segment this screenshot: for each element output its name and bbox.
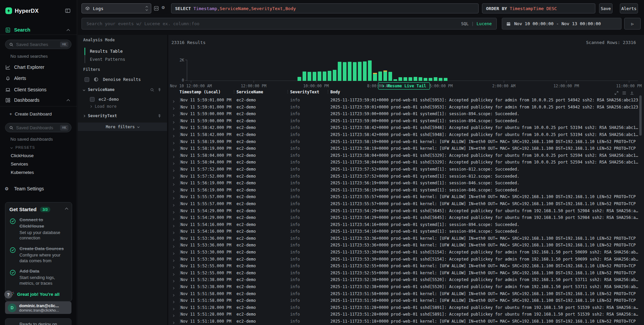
log-row[interactable]: Nov 11 5:56:19.000 PMec2-demoinfo2025-11… [168,187,644,194]
histogram-bar[interactable] [378,72,382,81]
histogram-bar[interactable] [348,62,352,81]
resume-live-tail-button[interactable]: Resume Live Tail [378,82,430,90]
row-expand-icon[interactable] [172,182,174,186]
row-expand-icon[interactable] [172,168,174,173]
row-expand-icon[interactable] [172,216,174,221]
filter-group-severitytext[interactable]: SeverityText [83,113,162,118]
log-row[interactable]: Nov 11 5:57:52.000 PMec2-demoinfo2025-11… [168,173,644,180]
sidebar-item-alerts[interactable]: Alerts [14,76,26,81]
sql-toggle[interactable]: SQL [461,21,469,26]
preset-item-clickhouse[interactable]: ClickHouse [11,153,34,158]
histogram-bar[interactable] [353,62,357,81]
histogram-bar[interactable] [414,77,417,81]
histogram-bar[interactable] [338,62,341,81]
live-tail-play-button[interactable]: ▷ [624,18,641,30]
filter-value-checkbox[interactable] [90,97,95,102]
filter-value-row[interactable]: ec2-demo [90,97,119,102]
log-row[interactable]: Nov 11 5:53:36.000 PMec2-demoinfo2025-11… [168,235,644,242]
row-expand-icon[interactable] [172,278,174,283]
row-expand-icon[interactable] [172,258,174,263]
get-started-item[interactable]: Add DataStart sending logs, metrics, or … [9,268,68,286]
histogram-bar[interactable] [404,77,407,81]
histogram-bar[interactable] [298,77,301,81]
log-row[interactable]: Nov 11 5:58:04.000 PMec2-demoinfo2025-11… [168,152,644,159]
log-row[interactable]: Nov 11 5:58:04.000 PMec2-demoinfo2025-11… [168,159,644,166]
col-severitytext[interactable]: SeverityText [290,90,319,94]
denoise-checkbox[interactable] [85,77,89,82]
log-row[interactable]: Nov 11 5:59:01.000 PMec2-demoinfo2025-11… [168,104,644,111]
log-row[interactable]: Nov 11 5:54:29.000 PMec2-demoinfo2025-11… [168,207,644,215]
gear-icon[interactable]: ⚙ [162,5,165,10]
user-menu[interactable]: D dominic.tran@clic... dominic.tran@clic… [5,301,71,314]
row-expand-icon[interactable] [172,320,174,325]
histogram-bar[interactable] [368,60,372,81]
order-by-input[interactable]: ORDER BY TimestampTime DESC [482,3,595,13]
row-expand-icon[interactable] [172,237,174,242]
row-expand-icon[interactable] [172,272,174,276]
log-row[interactable]: Nov 11 5:58:19.000 PMec2-demoinfo2025-11… [168,138,644,145]
histogram-bar[interactable] [398,77,402,81]
log-row[interactable]: Nov 11 5:58:42.000 PMec2-demoinfo2025-11… [168,131,644,138]
time-range-picker[interactable]: Nov 10 00:00:00 - Nov 13 00:00:00 [502,18,622,30]
row-expand-icon[interactable] [172,195,174,200]
histogram-bar[interactable] [358,62,362,81]
pin-icon[interactable] [157,88,162,92]
log-row[interactable]: Nov 11 5:57:52.000 PMec2-demoinfo2025-11… [168,166,644,173]
histogram-bar[interactable] [439,78,442,81]
load-more-button[interactable]: Load more [90,104,117,109]
row-expand-icon[interactable] [172,223,174,228]
log-row[interactable]: Nov 11 5:55:57.000 PMec2-demoinfo2025-11… [168,193,644,200]
get-started-item[interactable]: Connect to ClickHouseSet up your databas… [9,217,68,241]
sidebar-collapse-icon[interactable] [65,8,71,14]
source-select[interactable]: Logs [82,3,151,13]
get-started-item[interactable]: Create Data SourcesConfigure where your … [9,245,68,264]
column-resize-handle[interactable]: ⋮ [326,89,330,94]
log-row[interactable]: Nov 11 5:53:30.000 PMec2-demoinfo2025-11… [168,256,644,263]
col-body[interactable]: Body [330,90,340,94]
row-expand-icon[interactable] [172,292,174,297]
column-resize-handle[interactable]: ⋮ [286,89,290,94]
histogram-bar[interactable] [424,78,427,81]
filter-group-servicename[interactable]: ServiceName [83,87,162,92]
more-filters-button[interactable]: More filters [78,123,167,131]
log-row[interactable]: Nov 11 5:54:16.000 PMec2-demoinfo2025-11… [168,221,644,228]
histogram-bar[interactable] [434,77,437,81]
log-row[interactable]: Nov 11 5:53:36.000 PMec2-demoinfo2025-11… [168,242,644,249]
histogram-bar[interactable] [328,71,331,81]
saved-searches-input[interactable]: Saved Searches ⌘K [5,40,71,49]
log-row[interactable]: Nov 11 5:51:58.000 PMec2-demoinfo2025-11… [168,290,644,297]
scrollbar-thumb[interactable] [639,95,642,136]
row-expand-icon[interactable] [172,126,174,131]
saved-dashboards-input[interactable]: Saved Dashboards ⌘K [5,123,71,132]
row-expand-icon[interactable] [172,147,174,152]
log-row[interactable]: Nov 11 5:59:00.000 PMec2-demoinfo2025-11… [168,118,644,125]
search-icon[interactable] [150,88,154,92]
row-expand-icon[interactable] [172,313,174,318]
histogram-bar[interactable] [419,77,422,81]
row-expand-icon[interactable] [172,175,174,180]
col-servicename[interactable]: ServiceName [236,90,263,94]
log-row[interactable]: Nov 11 5:54:29.000 PMec2-demoinfo2025-11… [168,214,644,221]
log-row[interactable]: Nov 11 5:51:58.000 PMec2-demoinfo2025-11… [168,297,644,304]
histogram-bar[interactable] [393,79,397,81]
log-row[interactable]: Nov 11 5:58:42.000 PMec2-demoinfo2025-11… [168,124,644,131]
log-row[interactable]: Nov 11 5:51:28.000 PMec2-demoinfo2025-11… [168,304,644,311]
col-timestamp[interactable]: Timestamp (Local) [179,90,221,94]
row-expand-icon[interactable] [172,244,174,248]
row-expand-icon[interactable] [172,133,174,138]
row-expand-icon[interactable] [172,210,174,214]
chevron-up-icon[interactable] [67,99,70,103]
log-row[interactable]: Nov 11 5:59:00.000 PMec2-demoinfo2025-11… [168,110,644,118]
sidebar-item-client-sessions[interactable]: Client Sessions [14,87,47,92]
chevron-up-icon[interactable] [67,29,70,33]
save-button[interactable]: Save [599,3,612,13]
preset-item-kubernetes[interactable]: Kubernetes [11,170,34,175]
row-expand-icon[interactable] [172,106,174,110]
log-row[interactable]: Nov 11 5:53:30.000 PMec2-demoinfo2025-11… [168,249,644,256]
row-expand-icon[interactable] [172,285,174,290]
column-resize-handle[interactable]: ⋮ [232,89,236,94]
analysis-mode-event-patterns[interactable]: Event Patterns [90,57,125,62]
log-row[interactable]: Nov 11 5:59:01.000 PMec2-demoinfo2025-11… [168,97,644,104]
download-icon[interactable] [630,91,634,95]
log-row[interactable]: Nov 11 5:56:19.000 PMec2-demoinfo2025-11… [168,180,644,187]
